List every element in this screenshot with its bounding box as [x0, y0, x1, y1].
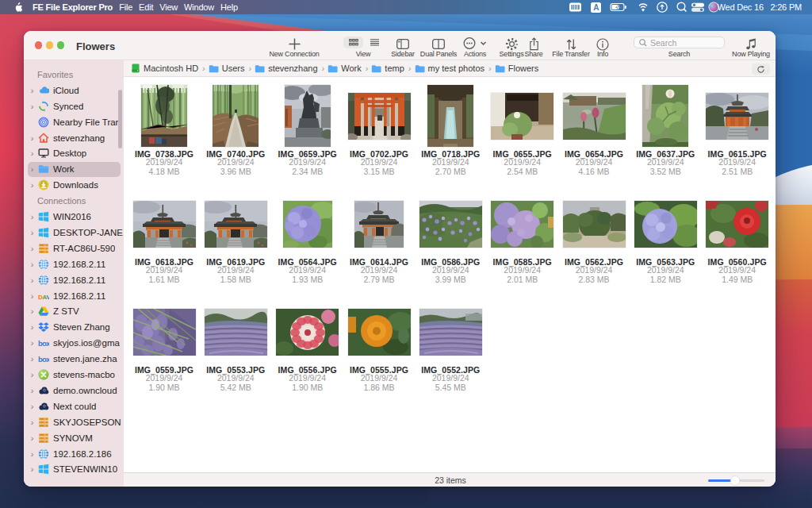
- svg-text:V: V: [47, 293, 50, 300]
- svg-text:x: x: [46, 339, 49, 348]
- svg-text:x: x: [46, 355, 49, 364]
- svg-text:A: A: [593, 3, 599, 12]
